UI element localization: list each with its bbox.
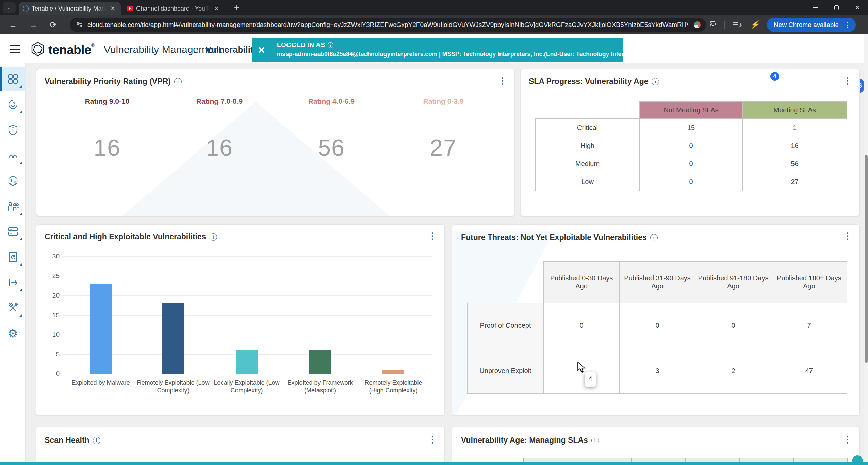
sla-cell[interactable]: 56 (743, 155, 847, 173)
tab-close-icon[interactable]: ✕ (109, 5, 117, 12)
tools-icon (7, 302, 19, 314)
sla-column-header: Not Meeting SLAs (640, 102, 743, 119)
future-cell[interactable]: 0 (695, 303, 771, 348)
tab-close-icon[interactable]: ✕ (213, 5, 220, 12)
address-bar[interactable]: cloud.tenable.com/tio/app.html#/vulnerab… (70, 18, 706, 32)
sla-cell[interactable]: 1 (743, 119, 847, 137)
panel-title: Vulnerability Priority Rating (VPR)i (45, 77, 182, 86)
sla-cell[interactable]: 27 (743, 173, 847, 191)
forward-button[interactable]: → (29, 20, 37, 30)
sidebar-item-scans[interactable] (0, 245, 26, 269)
info-icon[interactable]: i (93, 437, 100, 444)
panel-menu-kebab-icon[interactable]: ⋮ (428, 231, 437, 241)
back-button[interactable]: ← (9, 20, 17, 30)
sidebar-item-assets[interactable] (0, 169, 26, 193)
panel-menu-kebab-icon[interactable]: ⋮ (843, 231, 852, 241)
future-cell[interactable]: 3 (620, 348, 695, 394)
sla-row-label: Low (536, 173, 640, 191)
panel-vulnerability-age: Vulnerability Age: Managing SLAsi ⋮ (452, 427, 860, 465)
browser-tab-active[interactable]: Tenable / Vulnerability Manage ✕ (19, 2, 121, 15)
reading-list-icon[interactable]: ☰♪ (732, 21, 742, 29)
future-cell[interactable]: 0 (620, 303, 695, 348)
vpr-rating-value[interactable]: 16 (63, 134, 151, 161)
sla-cell[interactable]: 15 (640, 119, 743, 137)
new-chrome-available-button[interactable]: New Chrome available ⋮ (767, 18, 856, 32)
browser-tabstrip: ⌄ Tenable / Vulnerability Manage ✕ Chann… (0, 0, 868, 15)
table-row: High 0 16 (536, 137, 847, 155)
panel-menu-kebab-icon[interactable]: ⋮ (428, 434, 437, 445)
sidebar-item-dashboards[interactable] (0, 67, 26, 91)
panel-menu-kebab-icon[interactable]: ⋮ (843, 434, 852, 445)
site-settings-icon[interactable] (76, 21, 83, 28)
future-cell[interactable]: 2 (695, 348, 771, 394)
x-axis-label: Exploited by Framework (Metasploit) (283, 379, 357, 395)
sla-cell[interactable]: 0 (640, 173, 743, 191)
vpr-rating-label: Rating 7.0-8.9 (175, 97, 264, 106)
bar-remotely-exploitable-low[interactable] (162, 303, 184, 374)
banner-detail: mssp-admin-aab0f8a25e84@technologyinterp… (277, 51, 659, 58)
panel-sla-progress: SLA Progress: Vulnerability Agei ⋮ Not M… (520, 69, 860, 216)
bar-locally-exploitable-low[interactable] (236, 350, 258, 374)
left-sidebar: ⚙ (0, 63, 26, 465)
bar-exploited-by-malware[interactable] (90, 284, 112, 374)
explore-icon (7, 98, 19, 111)
screen: ⌄ Tenable / Vulnerability Manage ✕ Chann… (0, 0, 868, 465)
extension-logo-icon[interactable] (693, 21, 701, 29)
sidebar-item-users[interactable] (0, 194, 26, 219)
info-icon[interactable]: i (591, 437, 599, 444)
info-icon[interactable]: i (210, 233, 217, 241)
youtube-favicon-icon (127, 6, 133, 11)
browser-menu-kebab-icon[interactable]: ⋮ (842, 21, 853, 29)
vpr-rating-value[interactable]: 56 (287, 134, 376, 161)
sensors-icon (7, 225, 19, 238)
window-minimize-button[interactable] (805, 0, 826, 15)
bar-remotely-exploitable-high[interactable] (382, 370, 404, 374)
extension-bolt-icon[interactable]: ⚡ (750, 20, 759, 29)
page-scrollbar[interactable] (864, 34, 868, 465)
sidebar-item-explore[interactable] (0, 92, 26, 117)
sidebar-item-sensors[interactable] (0, 219, 26, 244)
panel-vpr: Vulnerability Priority Rating (VPR)i ⋮ R… (36, 69, 515, 216)
vpr-rating-label: Rating 4.0-6.9 (287, 97, 376, 106)
panel-title: Future Threats: Not Yet Exploitable Vuln… (461, 233, 658, 242)
future-cell[interactable]: 47 (771, 348, 847, 394)
vpr-rating-value[interactable]: 16 (175, 134, 264, 161)
sla-cell[interactable]: 16 (743, 137, 847, 155)
bar-exploited-by-framework[interactable] (309, 350, 331, 374)
reload-button[interactable]: ⟳ (50, 20, 56, 30)
panel-menu-kebab-icon[interactable]: ⋮ (498, 76, 507, 86)
sla-cell[interactable]: 0 (640, 155, 743, 173)
hamburger-menu-icon[interactable] (10, 45, 20, 53)
sidebar-item-lumin[interactable] (0, 143, 26, 167)
extensions-puzzle-icon[interactable] (709, 21, 717, 29)
tab-search-chevron-icon[interactable]: ⌄ (3, 2, 16, 13)
table-row: Proof of Concept 0 0 0 7 (468, 303, 847, 348)
future-cell[interactable]: 7 (771, 303, 847, 348)
sla-cell[interactable]: 0 (640, 137, 743, 155)
future-cell[interactable]: 0 (544, 303, 620, 348)
info-icon[interactable]: i (650, 234, 658, 241)
window-restore-button[interactable] (826, 0, 847, 15)
sidebar-item-settings[interactable]: ⚙ (0, 321, 26, 346)
sidebar-item-export[interactable] (0, 270, 26, 295)
panel-title: Critical and High Exploitable Vulnerabil… (45, 232, 217, 241)
vpr-rating-value[interactable]: 27 (399, 134, 488, 161)
sidebar-item-remediation[interactable] (0, 295, 26, 320)
future-column-header: Published 91-180 Days Ago (695, 262, 771, 303)
export-icon (7, 276, 19, 289)
panel-title: Vulnerability Age: Managing SLAsi (461, 436, 599, 445)
cell-tooltip: 4 (585, 372, 596, 387)
info-icon[interactable]: i (174, 78, 182, 85)
panel-menu-kebab-icon[interactable]: ⋮ (843, 76, 852, 86)
banner-close-icon[interactable]: ✕ (257, 44, 266, 56)
window-close-button[interactable]: ✕ (847, 0, 868, 15)
url-text[interactable]: cloud.tenable.com/tio/app.html#/vulnerab… (87, 21, 688, 29)
new-tab-button[interactable]: + (234, 3, 239, 12)
info-icon[interactable]: i (652, 78, 659, 85)
browser-tab-youtube[interactable]: Channel dashboard - YouTube S ✕ (122, 2, 225, 15)
logged-in-as-banner: ✕ LOGGED IN ASi mssp-admin-aab0f8a25e84@… (252, 38, 623, 62)
mouse-cursor (577, 362, 587, 373)
info-icon: i (328, 42, 333, 48)
sidebar-item-findings[interactable] (0, 118, 26, 142)
scrollbar-thumb[interactable] (865, 155, 868, 363)
